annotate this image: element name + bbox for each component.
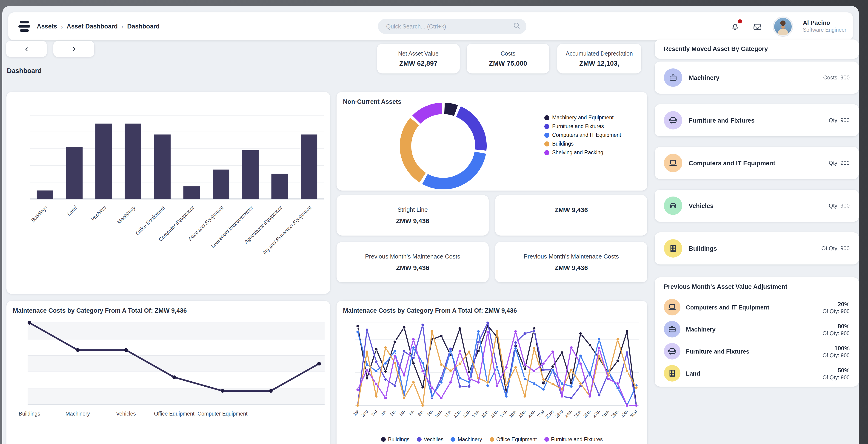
building-icon	[664, 365, 680, 381]
svg-text:23rd: 23rd	[554, 409, 564, 419]
sidebar-item-computers-and-it-equipment[interactable]: Computers and IT Equipment Qty: 900	[655, 147, 859, 179]
user-info[interactable]: Al Pacino Software Engineer	[803, 19, 846, 33]
desktop: Assets › Asset Dashboard › Dashboard	[0, 0, 868, 444]
svg-text:26th: 26th	[583, 409, 592, 418]
svg-text:15th: 15th	[480, 409, 490, 418]
avatar[interactable]	[774, 17, 793, 36]
svg-text:Buildings: Buildings	[19, 411, 40, 417]
breadcrumb-asset-dashboard[interactable]: Asset Dashboard	[67, 23, 118, 30]
non-current-assets-card: Non-Current Assets Machinery and Equipme…	[337, 92, 647, 191]
legend-item[interactable]: Furniture and Fixtures	[544, 437, 603, 442]
item-label: Furniture and Fixtures	[689, 117, 822, 124]
breadcrumb-dashboard[interactable]: Dashboard	[127, 23, 159, 30]
svg-text:0: 0	[348, 403, 351, 408]
legend-item[interactable]: Machinery and Equipment	[544, 115, 621, 120]
previous-month-maintenance-card: Previous Month's Maintenace Costs ZMW 9,…	[337, 242, 489, 282]
app-window: Assets › Asset Dashboard › Dashboard	[2, 6, 859, 444]
legend-item[interactable]: Office Equipment	[489, 437, 537, 442]
row-label: Computers and IT Equipment	[686, 304, 817, 311]
sidebar-item-buildings[interactable]: Buildings Of Qty: 900	[655, 232, 859, 265]
item-meta: Qty: 900	[829, 117, 849, 124]
sidebar-header-card: Resently Moved Asset By Category	[655, 39, 859, 59]
forward-button[interactable]	[53, 41, 94, 57]
briefcase-icon	[664, 321, 680, 338]
row-label: Land	[686, 370, 817, 377]
building-icon	[664, 239, 682, 258]
adjustment-row-furniture-and-fixtures[interactable]: Furniture and Fixtures 100% Of Qty: 900	[655, 340, 859, 362]
adjustment-row-machinery[interactable]: Machinery 80% Of Qty: 900	[655, 318, 859, 340]
back-button[interactable]	[6, 41, 47, 57]
legend-item[interactable]: Buildings	[381, 437, 409, 442]
legend-item[interactable]: Furniture and Fixtures	[544, 124, 621, 129]
adjustment-row-land[interactable]: Land 50% Of Qty: 900	[655, 362, 859, 384]
svg-text:100: 100	[16, 112, 25, 118]
card-title: Previous Month's Maintenace Costs	[524, 253, 619, 260]
svg-text:Computer Equipment: Computer Equipment	[197, 411, 248, 417]
quick-search[interactable]	[378, 19, 526, 34]
legend-item[interactable]: Shelving and Racking	[544, 150, 621, 155]
laptop-icon	[664, 299, 680, 315]
legend-item[interactable]: Vechiles	[417, 437, 443, 442]
adjustment-row-computers-and-it-equipment[interactable]: Computers and IT Equipment 20% Of Qty: 9…	[655, 296, 859, 318]
sidebar-item-furniture-and-fixtures[interactable]: Furniture and Fixtures Qty: 900	[655, 104, 859, 136]
hamburger-menu-icon[interactable]	[19, 21, 30, 32]
svg-text:Buildings: Buildings	[30, 205, 49, 224]
bar-chart[interactable]: 020406080100BuildingsLandVechilesMachine…	[6, 92, 330, 296]
inbox-button[interactable]	[751, 21, 764, 32]
svg-text:600: 600	[343, 353, 351, 358]
svg-text:Machinery: Machinery	[65, 411, 90, 417]
legend-dot-icon	[544, 437, 549, 442]
sidebar-item-machinery[interactable]: Machinery Costs: 900	[655, 62, 859, 94]
card-value: ZMW 9,436	[396, 217, 429, 225]
svg-text:11th: 11th	[443, 409, 453, 418]
svg-text:7th: 7th	[408, 409, 415, 417]
breadcrumb-separator: ›	[121, 23, 123, 30]
row-qty: Of Qty: 900	[823, 308, 849, 314]
svg-text:1st: 1st	[352, 409, 360, 416]
svg-text:0: 0	[20, 402, 23, 408]
notification-dot	[738, 19, 742, 23]
card-value: ZMW 9,436	[396, 264, 429, 271]
legend-dot-icon	[544, 124, 549, 129]
legend-item[interactable]: Buildings	[544, 141, 621, 146]
search-icon	[513, 21, 521, 31]
armchair-icon	[664, 111, 682, 130]
svg-text:9th: 9th	[426, 409, 434, 417]
svg-text:24: 24	[18, 336, 23, 342]
stat-title: Net Asset Value	[398, 50, 439, 57]
search-input[interactable]	[385, 23, 513, 30]
legend-dot-icon	[417, 437, 421, 442]
legend-dot-icon	[489, 437, 494, 442]
svg-text:29th: 29th	[610, 409, 620, 418]
multi-line-chart[interactable]: 020040060080010001st2nd3rd4th5th6th7th8t…	[337, 301, 647, 444]
item-label: Vehicles	[689, 202, 822, 209]
notifications-button[interactable]	[730, 21, 741, 32]
top-navbar: Assets › Asset Dashboard › Dashboard	[8, 12, 853, 40]
armchair-icon	[664, 343, 680, 360]
stat-card-net-asset-value: Net Asset Value ZMW 62,897	[377, 44, 460, 73]
legend-label: Buildings	[388, 437, 409, 442]
svg-text:40: 40	[19, 163, 25, 168]
svg-text:12th: 12th	[453, 409, 462, 418]
maintenance-costs-daily-chart-card: Maintenace Costs by Category From A Tota…	[337, 301, 647, 444]
legend-label: Furniture and Fixtures	[552, 124, 604, 129]
svg-text:28th: 28th	[601, 409, 611, 418]
row-percent: 50%	[838, 367, 849, 374]
line-chart[interactable]: 0612182430BuildingsMachineryVehiclesOffi…	[6, 301, 330, 444]
laptop-icon	[664, 154, 682, 172]
svg-text:30th: 30th	[620, 409, 629, 418]
legend-item[interactable]: Computers and IT Equipment	[544, 132, 621, 138]
legend-label: Shelving and Racking	[552, 150, 603, 155]
svg-text:20th: 20th	[527, 409, 536, 418]
svg-text:6th: 6th	[398, 409, 406, 417]
svg-text:Vechiles: Vechiles	[90, 205, 107, 222]
svg-text:5th: 5th	[389, 409, 397, 417]
legend-label: Vechiles	[424, 437, 443, 442]
legend-label: Office Equipment	[496, 437, 537, 442]
breadcrumb-assets[interactable]: Assets	[37, 23, 57, 30]
item-meta: Costs: 900	[823, 74, 849, 81]
sidebar-item-vehicles[interactable]: Vehicles Qty: 900	[655, 190, 859, 222]
svg-text:Office Equipment: Office Equipment	[134, 205, 166, 236]
breadcrumb-separator: ›	[61, 23, 63, 30]
legend-item[interactable]: Machinery	[451, 437, 482, 442]
